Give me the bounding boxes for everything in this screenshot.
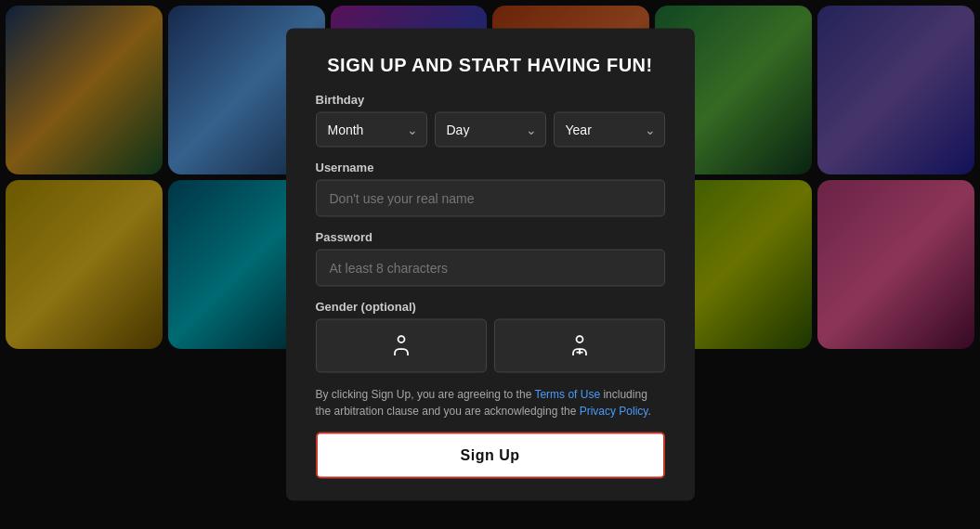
signup-modal: SIGN UP AND START HAVING FUN! Birthday M… xyxy=(286,29,695,501)
female-person-icon xyxy=(567,333,593,359)
male-person-icon xyxy=(388,333,414,359)
month-select[interactable]: Month JanuaryFebruaryMarch AprilMayJune … xyxy=(316,112,427,148)
year-select[interactable]: Year for(let y=2024;y>=1900;y--) documen… xyxy=(554,112,665,148)
password-input[interactable] xyxy=(316,250,665,287)
gender-male-button[interactable] xyxy=(316,319,487,373)
birthday-row: Month JanuaryFebruaryMarch AprilMayJune … xyxy=(316,112,665,148)
terms-text: By clicking Sign Up, you are agreeing to… xyxy=(316,386,665,419)
day-wrapper: Day for(let i=1;i<=31;i++) document.writ… xyxy=(435,112,546,148)
gender-female-button[interactable] xyxy=(494,319,665,373)
signup-button[interactable]: Sign Up xyxy=(316,432,665,479)
username-group: Username xyxy=(316,161,665,217)
privacy-policy-link[interactable]: Privacy Policy xyxy=(580,405,648,418)
gender-group: Gender (optional) xyxy=(316,300,665,373)
password-group: Password xyxy=(316,230,665,287)
password-label: Password xyxy=(316,230,665,244)
month-wrapper: Month JanuaryFebruaryMarch AprilMayJune … xyxy=(316,112,427,148)
birthday-label: Birthday xyxy=(316,93,665,107)
username-input[interactable] xyxy=(316,180,665,217)
terms-of-use-link[interactable]: Terms of Use xyxy=(534,388,600,401)
gender-label: Gender (optional) xyxy=(316,300,665,314)
username-label: Username xyxy=(316,161,665,174)
year-wrapper: Year for(let y=2024;y>=1900;y--) documen… xyxy=(554,112,665,148)
day-select[interactable]: Day for(let i=1;i<=31;i++) document.writ… xyxy=(435,112,546,148)
modal-title: SIGN UP AND START HAVING FUN! xyxy=(316,55,665,76)
gender-row xyxy=(316,319,665,373)
svg-point-0 xyxy=(398,336,404,342)
svg-point-1 xyxy=(576,336,582,342)
